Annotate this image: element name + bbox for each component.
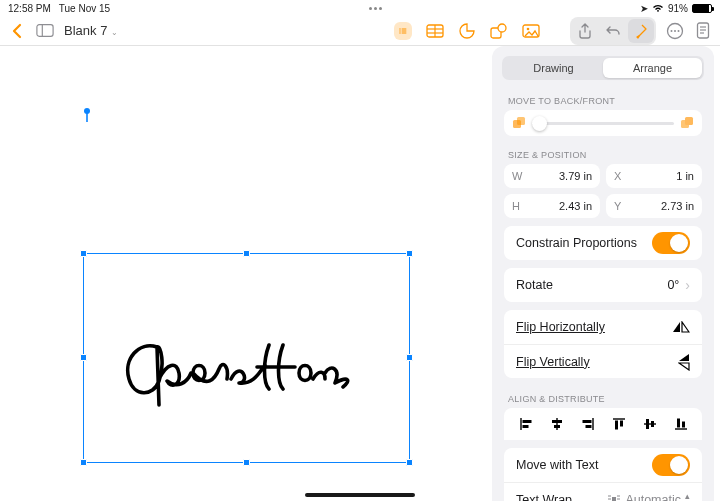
selected-drawing[interactable] bbox=[83, 253, 410, 463]
section-align-label: Align & Distribute bbox=[492, 386, 714, 408]
rotate-row[interactable]: Rotate 0°› bbox=[504, 268, 702, 302]
text-wrap-row[interactable]: Text Wrap Automatic ▴▾ bbox=[504, 482, 702, 501]
align-center-h-icon[interactable] bbox=[548, 417, 566, 431]
wifi-icon bbox=[652, 4, 664, 13]
svg-rect-40 bbox=[615, 421, 618, 430]
resize-handle[interactable] bbox=[406, 354, 413, 361]
svg-rect-48 bbox=[612, 497, 616, 502]
svg-rect-44 bbox=[651, 421, 654, 427]
undo-button[interactable] bbox=[600, 19, 626, 43]
send-to-back-icon[interactable] bbox=[512, 116, 526, 130]
svg-rect-34 bbox=[552, 420, 562, 423]
height-field[interactable]: H2.43 in bbox=[504, 194, 600, 218]
constrain-proportions-row[interactable]: Constrain Proportions bbox=[504, 226, 702, 260]
svg-point-15 bbox=[527, 27, 530, 30]
svg-rect-35 bbox=[554, 425, 560, 428]
format-inspector: Drawing Arrange Move to Back/Front Size … bbox=[492, 46, 714, 501]
document-settings-button[interactable] bbox=[694, 22, 712, 40]
align-top-icon[interactable] bbox=[610, 417, 628, 431]
move-with-text-toggle[interactable] bbox=[652, 454, 690, 476]
resize-handle[interactable] bbox=[406, 250, 413, 257]
svg-point-4 bbox=[399, 30, 400, 31]
inspector-tabs[interactable]: Drawing Arrange bbox=[502, 56, 704, 80]
text-cursor bbox=[83, 108, 91, 122]
status-time: 12:58 PM bbox=[8, 3, 51, 14]
toolbar: Blank 7⌄ bbox=[0, 16, 720, 46]
multitask-dots[interactable] bbox=[369, 7, 382, 10]
svg-point-6 bbox=[399, 32, 400, 33]
list-view-button[interactable] bbox=[394, 22, 412, 40]
battery-percent: 91% bbox=[668, 3, 688, 14]
status-date: Tue Nov 15 bbox=[59, 3, 110, 14]
right-toolbar-group bbox=[570, 17, 656, 45]
svg-rect-46 bbox=[677, 419, 680, 428]
svg-rect-7 bbox=[402, 32, 407, 33]
align-bottom-icon[interactable] bbox=[672, 417, 690, 431]
home-indicator[interactable] bbox=[305, 493, 415, 497]
svg-rect-47 bbox=[682, 422, 685, 428]
bring-to-front-icon[interactable] bbox=[680, 116, 694, 130]
tab-arrange[interactable]: Arrange bbox=[603, 58, 702, 78]
chevron-down-icon: ⌄ bbox=[111, 28, 118, 37]
svg-rect-31 bbox=[522, 420, 531, 423]
updown-icon: ▴▾ bbox=[685, 493, 690, 502]
svg-point-13 bbox=[498, 24, 506, 32]
resize-handle[interactable] bbox=[243, 459, 250, 466]
resize-handle[interactable] bbox=[406, 459, 413, 466]
align-right-icon[interactable] bbox=[579, 417, 597, 431]
location-icon: ➤ bbox=[640, 3, 648, 14]
svg-rect-0 bbox=[37, 25, 53, 37]
sidebar-toggle-icon[interactable] bbox=[36, 22, 54, 40]
section-size-label: Size & Position bbox=[492, 142, 714, 164]
rotate-value: 0° bbox=[667, 278, 679, 292]
svg-point-2 bbox=[399, 28, 400, 29]
align-buttons bbox=[504, 408, 702, 440]
chevron-right-icon: › bbox=[685, 277, 690, 293]
move-with-text-row[interactable]: Move with Text bbox=[504, 448, 702, 482]
text-wrap-value: Automatic bbox=[625, 493, 681, 502]
section-layer-label: Move to Back/Front bbox=[492, 88, 714, 110]
flip-vertical-row[interactable]: Flip Vertically bbox=[504, 344, 702, 378]
media-button[interactable] bbox=[522, 22, 540, 40]
format-brush-button[interactable] bbox=[628, 19, 654, 43]
width-field[interactable]: W3.79 in bbox=[504, 164, 600, 188]
svg-rect-32 bbox=[522, 425, 528, 428]
flip-horizontal-row[interactable]: Flip Horizontally bbox=[504, 310, 702, 344]
chart-button[interactable] bbox=[458, 22, 476, 40]
svg-rect-27 bbox=[517, 117, 525, 125]
back-button[interactable] bbox=[8, 22, 26, 40]
status-bar: 12:58 PM Tue Nov 15 ➤ 91% bbox=[0, 0, 720, 16]
svg-point-18 bbox=[674, 30, 676, 32]
resize-handle[interactable] bbox=[80, 354, 87, 361]
resize-handle[interactable] bbox=[80, 250, 87, 257]
shape-button[interactable] bbox=[490, 22, 508, 40]
svg-rect-5 bbox=[402, 30, 407, 31]
layer-order-slider[interactable] bbox=[504, 110, 702, 136]
resize-handle[interactable] bbox=[80, 459, 87, 466]
svg-rect-38 bbox=[585, 425, 591, 428]
y-field[interactable]: Y2.73 in bbox=[606, 194, 702, 218]
text-wrap-thumb-icon bbox=[607, 494, 621, 502]
signature-drawing bbox=[119, 339, 359, 409]
constrain-toggle[interactable] bbox=[652, 232, 690, 254]
svg-rect-37 bbox=[582, 420, 591, 423]
flip-horizontal-icon bbox=[672, 321, 690, 333]
align-left-icon[interactable] bbox=[517, 417, 535, 431]
battery-icon bbox=[692, 4, 712, 13]
svg-point-19 bbox=[678, 30, 680, 32]
align-center-v-icon[interactable] bbox=[641, 417, 659, 431]
flip-vertical-icon bbox=[678, 353, 690, 371]
slider-thumb[interactable] bbox=[532, 116, 547, 131]
svg-rect-3 bbox=[402, 28, 407, 29]
table-button[interactable] bbox=[426, 22, 444, 40]
tab-drawing[interactable]: Drawing bbox=[504, 58, 603, 78]
document-title[interactable]: Blank 7⌄ bbox=[64, 23, 118, 38]
share-button[interactable] bbox=[572, 19, 598, 43]
resize-handle[interactable] bbox=[243, 250, 250, 257]
more-button[interactable] bbox=[666, 22, 684, 40]
x-field[interactable]: X1 in bbox=[606, 164, 702, 188]
svg-rect-29 bbox=[685, 117, 693, 125]
svg-rect-41 bbox=[620, 421, 623, 427]
svg-point-17 bbox=[671, 30, 673, 32]
svg-rect-43 bbox=[646, 419, 649, 429]
